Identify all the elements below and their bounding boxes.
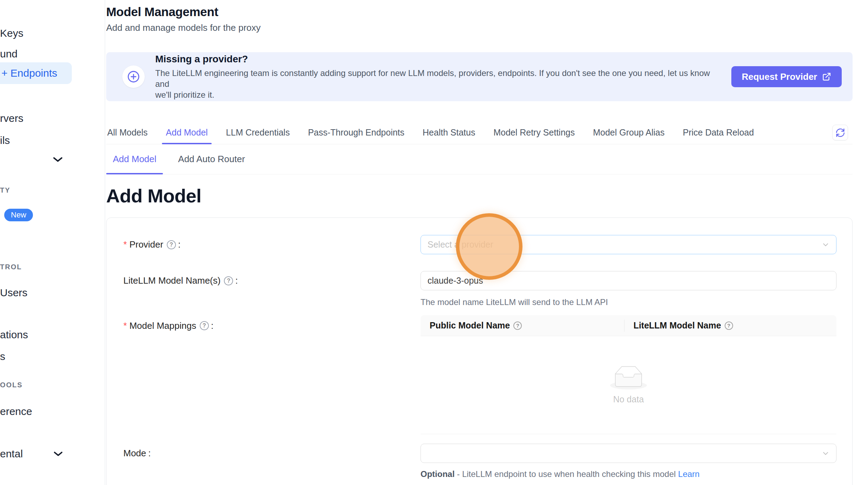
mode-label: Mode : xyxy=(123,444,421,463)
chevron-down-icon[interactable] xyxy=(53,451,63,458)
chevron-down-icon xyxy=(821,449,830,460)
table-header: Public Model Name ? LiteLLM Model Name ? xyxy=(421,315,836,336)
plus-circle-icon xyxy=(122,65,145,88)
model-name-label: LiteLLM Model Name(s) ? : xyxy=(123,271,421,290)
tab-model-retry-settings[interactable]: Model Retry Settings xyxy=(492,121,576,144)
model-management-page: Keys und + Endpoints rvers ils TY New TR… xyxy=(0,0,868,485)
required-mark: * xyxy=(123,315,127,336)
model-mappings-label: * Model Mappings ? : xyxy=(123,315,421,336)
sidebar-item-virtual-keys[interactable]: Keys xyxy=(0,26,23,40)
chevron-down-icon xyxy=(821,241,830,251)
sidebar-item-playground[interactable]: und xyxy=(0,47,18,61)
mode-helper: Optional - LiteLLM endpoint to use when … xyxy=(421,469,836,479)
page-subtitle: Add and manage models for the proxy xyxy=(106,22,853,33)
provider-row: * Provider ? : Select a provider xyxy=(123,235,836,254)
table-empty-state: No data xyxy=(421,336,836,434)
tab-all-models[interactable]: All Models xyxy=(106,121,149,144)
provider-select[interactable]: Select a provider xyxy=(421,235,836,254)
tab-price-data-reload[interactable]: Price Data Reload xyxy=(682,121,755,144)
mode-select[interactable] xyxy=(421,444,836,463)
help-icon[interactable]: ? xyxy=(513,321,522,330)
provider-placeholder: Select a provider xyxy=(428,240,493,250)
model-name-label-text: LiteLLM Model Name(s) xyxy=(123,271,220,290)
refresh-icon xyxy=(836,128,845,137)
subtab-add-model[interactable]: Add Model xyxy=(106,144,163,174)
model-name-helper: The model name LiteLLM will send to the … xyxy=(421,297,836,307)
help-icon[interactable]: ? xyxy=(200,321,209,330)
label-colon: : xyxy=(235,271,238,290)
help-icon[interactable]: ? xyxy=(725,321,733,330)
add-model-subtabs: Add Model Add Auto Router xyxy=(106,144,853,174)
banner-body-line2: we'll prioritize it. xyxy=(155,90,214,99)
sidebar-item-mcp-servers[interactable]: rvers xyxy=(0,111,23,125)
add-model-form-card: * Provider ? : Select a provider xyxy=(106,217,853,485)
sidebar-section-label: TROL xyxy=(0,262,22,271)
sidebar-item-models-endpoints[interactable]: + Endpoints xyxy=(0,62,72,84)
sidebar-item-experimental[interactable]: ental xyxy=(0,447,23,461)
model-mappings-row: * Model Mappings ? : Public Model Name ? xyxy=(123,307,836,434)
mode-label-text: Mode xyxy=(123,444,146,463)
sidebar-item-teams[interactable]: s xyxy=(0,349,5,363)
column-label: LiteLLM Model Name xyxy=(634,320,721,331)
provider-label: * Provider ? : xyxy=(123,235,421,254)
sidebar-item-internal-users[interactable]: Users xyxy=(0,286,27,300)
new-badge: New xyxy=(4,209,33,221)
help-icon[interactable]: ? xyxy=(167,240,176,249)
tab-health-status[interactable]: Health Status xyxy=(422,121,476,144)
model-name-row: LiteLLM Model Name(s) ? : claude-3-opus … xyxy=(123,271,836,307)
page-title: Model Management xyxy=(106,5,853,19)
label-colon: : xyxy=(211,315,213,336)
learn-link[interactable]: Learn xyxy=(678,469,699,479)
tab-llm-credentials[interactable]: LLM Credentials xyxy=(225,121,291,144)
subtab-add-auto-router[interactable]: Add Auto Router xyxy=(171,144,252,174)
model-tabs: All Models Add Model LLM Credentials Pas… xyxy=(106,121,853,144)
sidebar-item-organizations[interactable]: ations xyxy=(0,328,28,342)
column-litellm-model-name: LiteLLM Model Name ? xyxy=(624,315,836,336)
tab-add-model[interactable]: Add Model xyxy=(165,121,209,144)
main-content: Model Management Add and manage models f… xyxy=(105,0,868,485)
sidebar: Keys und + Endpoints rvers ils TY New TR… xyxy=(0,0,105,485)
mode-helper-text: - LiteLLM endpoint to use when health ch… xyxy=(454,469,678,479)
request-provider-label: Request Provider xyxy=(742,71,817,82)
column-label: Public Model Name xyxy=(430,320,510,331)
add-model-heading: Add Model xyxy=(106,185,853,207)
required-mark: * xyxy=(123,235,127,254)
sidebar-item-api-reference[interactable]: erence xyxy=(0,404,32,418)
refresh-button[interactable] xyxy=(832,125,848,140)
banner-title: Missing a provider? xyxy=(155,54,710,65)
empty-inbox-icon xyxy=(610,366,647,389)
banner-body: The LiteLLM engineering team is constant… xyxy=(155,68,710,100)
help-icon[interactable]: ? xyxy=(224,276,233,285)
column-public-model-name: Public Model Name ? xyxy=(421,315,624,336)
sidebar-section-label: TY xyxy=(0,186,11,195)
no-data-text: No data xyxy=(613,394,644,404)
tab-model-group-alias[interactable]: Model Group Alias xyxy=(592,121,665,144)
label-colon: : xyxy=(178,235,180,254)
sidebar-section-label: OOLS xyxy=(0,380,23,389)
chevron-down-icon[interactable] xyxy=(53,157,63,164)
mode-row: Mode : Optional - LiteLLM endpoint to us… xyxy=(123,444,836,479)
request-provider-button[interactable]: Request Provider xyxy=(731,66,842,87)
model-name-input[interactable]: claude-3-opus xyxy=(421,271,836,290)
tab-pass-through-endpoints[interactable]: Pass-Through Endpoints xyxy=(307,121,405,144)
mode-helper-bold: Optional xyxy=(421,469,454,479)
banner-body-line1: The LiteLLM engineering team is constant… xyxy=(155,68,710,89)
model-name-value: claude-3-opus xyxy=(428,276,483,286)
provider-label-text: Provider xyxy=(129,235,163,254)
model-mappings-label-text: Model Mappings xyxy=(129,315,196,336)
missing-provider-banner: Missing a provider? The LiteLLM engineer… xyxy=(106,52,853,101)
label-colon: : xyxy=(148,444,151,463)
external-link-icon xyxy=(822,72,831,81)
sidebar-item-guardrails[interactable]: ils xyxy=(0,133,10,147)
model-mappings-table: Public Model Name ? LiteLLM Model Name ? xyxy=(421,315,836,434)
